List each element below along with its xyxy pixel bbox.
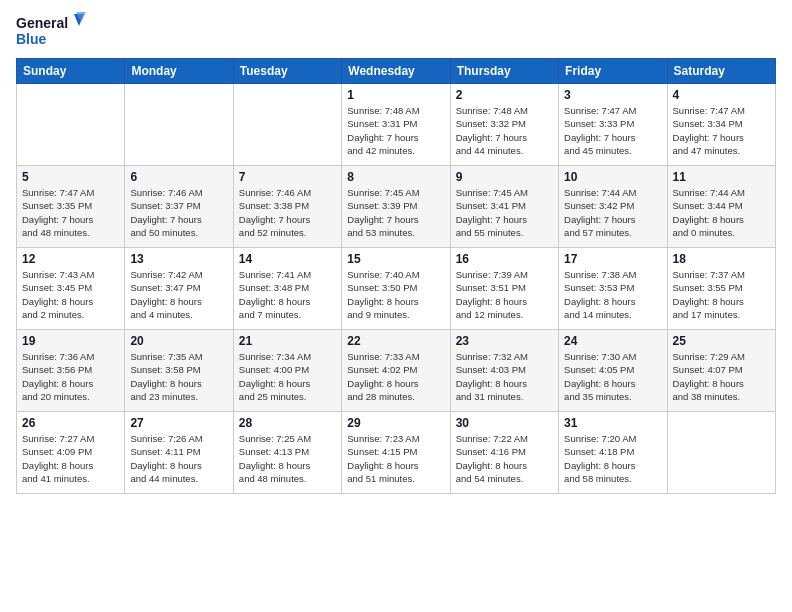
- weekday-header-tuesday: Tuesday: [233, 59, 341, 84]
- weekday-header-thursday: Thursday: [450, 59, 558, 84]
- calendar-cell: [667, 412, 775, 494]
- day-number: 6: [130, 170, 227, 184]
- day-number: 3: [564, 88, 661, 102]
- calendar-cell: 18Sunrise: 7:37 AM Sunset: 3:55 PM Dayli…: [667, 248, 775, 330]
- day-info: Sunrise: 7:45 AM Sunset: 3:41 PM Dayligh…: [456, 186, 553, 239]
- calendar-cell: 19Sunrise: 7:36 AM Sunset: 3:56 PM Dayli…: [17, 330, 125, 412]
- day-info: Sunrise: 7:44 AM Sunset: 3:44 PM Dayligh…: [673, 186, 770, 239]
- day-number: 24: [564, 334, 661, 348]
- calendar-cell: 31Sunrise: 7:20 AM Sunset: 4:18 PM Dayli…: [559, 412, 667, 494]
- calendar-cell: 10Sunrise: 7:44 AM Sunset: 3:42 PM Dayli…: [559, 166, 667, 248]
- calendar-cell: [17, 84, 125, 166]
- weekday-header-row: SundayMondayTuesdayWednesdayThursdayFrid…: [17, 59, 776, 84]
- day-number: 23: [456, 334, 553, 348]
- calendar-cell: 1Sunrise: 7:48 AM Sunset: 3:31 PM Daylig…: [342, 84, 450, 166]
- calendar-cell: 26Sunrise: 7:27 AM Sunset: 4:09 PM Dayli…: [17, 412, 125, 494]
- day-number: 2: [456, 88, 553, 102]
- day-info: Sunrise: 7:23 AM Sunset: 4:15 PM Dayligh…: [347, 432, 444, 485]
- day-number: 28: [239, 416, 336, 430]
- day-info: Sunrise: 7:47 AM Sunset: 3:33 PM Dayligh…: [564, 104, 661, 157]
- logo-svg: General Blue: [16, 12, 86, 50]
- day-info: Sunrise: 7:22 AM Sunset: 4:16 PM Dayligh…: [456, 432, 553, 485]
- weekday-header-wednesday: Wednesday: [342, 59, 450, 84]
- day-number: 16: [456, 252, 553, 266]
- day-number: 10: [564, 170, 661, 184]
- day-number: 9: [456, 170, 553, 184]
- day-info: Sunrise: 7:42 AM Sunset: 3:47 PM Dayligh…: [130, 268, 227, 321]
- calendar-cell: 15Sunrise: 7:40 AM Sunset: 3:50 PM Dayli…: [342, 248, 450, 330]
- day-info: Sunrise: 7:46 AM Sunset: 3:37 PM Dayligh…: [130, 186, 227, 239]
- day-number: 1: [347, 88, 444, 102]
- day-info: Sunrise: 7:26 AM Sunset: 4:11 PM Dayligh…: [130, 432, 227, 485]
- day-info: Sunrise: 7:20 AM Sunset: 4:18 PM Dayligh…: [564, 432, 661, 485]
- weekday-header-saturday: Saturday: [667, 59, 775, 84]
- day-info: Sunrise: 7:39 AM Sunset: 3:51 PM Dayligh…: [456, 268, 553, 321]
- day-number: 17: [564, 252, 661, 266]
- calendar-cell: [125, 84, 233, 166]
- calendar-cell: 17Sunrise: 7:38 AM Sunset: 3:53 PM Dayli…: [559, 248, 667, 330]
- week-row-2: 5Sunrise: 7:47 AM Sunset: 3:35 PM Daylig…: [17, 166, 776, 248]
- day-info: Sunrise: 7:48 AM Sunset: 3:31 PM Dayligh…: [347, 104, 444, 157]
- svg-text:General: General: [16, 15, 68, 31]
- day-number: 26: [22, 416, 119, 430]
- day-info: Sunrise: 7:27 AM Sunset: 4:09 PM Dayligh…: [22, 432, 119, 485]
- calendar-cell: 21Sunrise: 7:34 AM Sunset: 4:00 PM Dayli…: [233, 330, 341, 412]
- day-number: 25: [673, 334, 770, 348]
- week-row-4: 19Sunrise: 7:36 AM Sunset: 3:56 PM Dayli…: [17, 330, 776, 412]
- calendar-cell: 16Sunrise: 7:39 AM Sunset: 3:51 PM Dayli…: [450, 248, 558, 330]
- calendar-cell: 11Sunrise: 7:44 AM Sunset: 3:44 PM Dayli…: [667, 166, 775, 248]
- week-row-5: 26Sunrise: 7:27 AM Sunset: 4:09 PM Dayli…: [17, 412, 776, 494]
- calendar-cell: 2Sunrise: 7:48 AM Sunset: 3:32 PM Daylig…: [450, 84, 558, 166]
- day-info: Sunrise: 7:34 AM Sunset: 4:00 PM Dayligh…: [239, 350, 336, 403]
- calendar-cell: 5Sunrise: 7:47 AM Sunset: 3:35 PM Daylig…: [17, 166, 125, 248]
- day-number: 21: [239, 334, 336, 348]
- calendar-cell: 24Sunrise: 7:30 AM Sunset: 4:05 PM Dayli…: [559, 330, 667, 412]
- calendar-cell: 22Sunrise: 7:33 AM Sunset: 4:02 PM Dayli…: [342, 330, 450, 412]
- day-number: 19: [22, 334, 119, 348]
- day-number: 22: [347, 334, 444, 348]
- day-number: 8: [347, 170, 444, 184]
- day-number: 18: [673, 252, 770, 266]
- day-info: Sunrise: 7:41 AM Sunset: 3:48 PM Dayligh…: [239, 268, 336, 321]
- day-info: Sunrise: 7:29 AM Sunset: 4:07 PM Dayligh…: [673, 350, 770, 403]
- day-number: 27: [130, 416, 227, 430]
- day-info: Sunrise: 7:46 AM Sunset: 3:38 PM Dayligh…: [239, 186, 336, 239]
- calendar-cell: 14Sunrise: 7:41 AM Sunset: 3:48 PM Dayli…: [233, 248, 341, 330]
- day-info: Sunrise: 7:40 AM Sunset: 3:50 PM Dayligh…: [347, 268, 444, 321]
- day-number: 12: [22, 252, 119, 266]
- day-number: 30: [456, 416, 553, 430]
- logo: General Blue: [16, 12, 86, 50]
- weekday-header-monday: Monday: [125, 59, 233, 84]
- day-info: Sunrise: 7:35 AM Sunset: 3:58 PM Dayligh…: [130, 350, 227, 403]
- calendar-cell: 4Sunrise: 7:47 AM Sunset: 3:34 PM Daylig…: [667, 84, 775, 166]
- week-row-3: 12Sunrise: 7:43 AM Sunset: 3:45 PM Dayli…: [17, 248, 776, 330]
- header: General Blue: [16, 12, 776, 50]
- day-info: Sunrise: 7:48 AM Sunset: 3:32 PM Dayligh…: [456, 104, 553, 157]
- day-info: Sunrise: 7:25 AM Sunset: 4:13 PM Dayligh…: [239, 432, 336, 485]
- calendar: SundayMondayTuesdayWednesdayThursdayFrid…: [16, 58, 776, 494]
- day-info: Sunrise: 7:32 AM Sunset: 4:03 PM Dayligh…: [456, 350, 553, 403]
- day-info: Sunrise: 7:38 AM Sunset: 3:53 PM Dayligh…: [564, 268, 661, 321]
- calendar-cell: 23Sunrise: 7:32 AM Sunset: 4:03 PM Dayli…: [450, 330, 558, 412]
- day-info: Sunrise: 7:33 AM Sunset: 4:02 PM Dayligh…: [347, 350, 444, 403]
- day-number: 15: [347, 252, 444, 266]
- calendar-cell: 28Sunrise: 7:25 AM Sunset: 4:13 PM Dayli…: [233, 412, 341, 494]
- calendar-cell: 8Sunrise: 7:45 AM Sunset: 3:39 PM Daylig…: [342, 166, 450, 248]
- day-info: Sunrise: 7:37 AM Sunset: 3:55 PM Dayligh…: [673, 268, 770, 321]
- day-number: 7: [239, 170, 336, 184]
- day-number: 13: [130, 252, 227, 266]
- day-info: Sunrise: 7:45 AM Sunset: 3:39 PM Dayligh…: [347, 186, 444, 239]
- weekday-header-sunday: Sunday: [17, 59, 125, 84]
- calendar-cell: 6Sunrise: 7:46 AM Sunset: 3:37 PM Daylig…: [125, 166, 233, 248]
- day-number: 20: [130, 334, 227, 348]
- day-number: 4: [673, 88, 770, 102]
- calendar-cell: 20Sunrise: 7:35 AM Sunset: 3:58 PM Dayli…: [125, 330, 233, 412]
- svg-text:Blue: Blue: [16, 31, 47, 47]
- calendar-cell: 9Sunrise: 7:45 AM Sunset: 3:41 PM Daylig…: [450, 166, 558, 248]
- calendar-cell: 30Sunrise: 7:22 AM Sunset: 4:16 PM Dayli…: [450, 412, 558, 494]
- calendar-cell: 13Sunrise: 7:42 AM Sunset: 3:47 PM Dayli…: [125, 248, 233, 330]
- day-number: 29: [347, 416, 444, 430]
- day-number: 31: [564, 416, 661, 430]
- day-number: 11: [673, 170, 770, 184]
- day-info: Sunrise: 7:47 AM Sunset: 3:34 PM Dayligh…: [673, 104, 770, 157]
